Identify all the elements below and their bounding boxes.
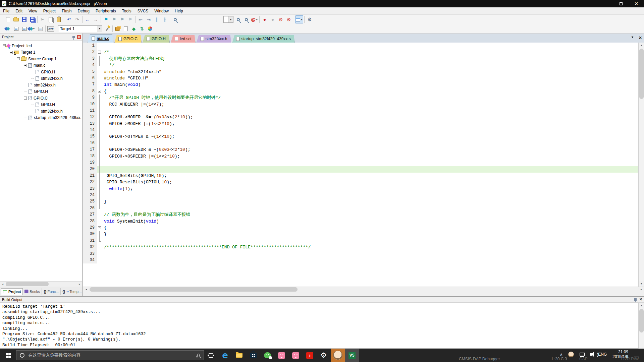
save-button[interactable] bbox=[20, 15, 28, 23]
options-for-target-button[interactable] bbox=[103, 25, 111, 33]
new-file-button[interactable] bbox=[4, 15, 12, 23]
tree-item-gpio-h[interactable]: GPIO.H bbox=[0, 69, 82, 75]
translate-file-button[interactable] bbox=[4, 25, 12, 33]
find-dropdown-button[interactable]: @▾ bbox=[250, 15, 258, 23]
hidden-icons-chevron-icon[interactable]: ∧ bbox=[560, 352, 562, 357]
tree-item-gpio-h[interactable]: GPIO.H bbox=[0, 88, 82, 95]
open-file-button[interactable] bbox=[12, 15, 20, 23]
fold-collapse-icon[interactable] bbox=[98, 90, 101, 93]
tree-item-stm32f4xx-h[interactable]: stm32f4xx.h bbox=[0, 82, 82, 88]
uncomment-selection-button[interactable]: ∦ bbox=[161, 15, 169, 23]
taskbar-app-settings[interactable]: ⚙ bbox=[317, 349, 331, 362]
clock[interactable]: 21:09 2019/1/9 bbox=[612, 350, 628, 359]
menu-help[interactable]: Help bbox=[172, 7, 186, 14]
menu-svcs[interactable]: SVCS bbox=[135, 7, 152, 14]
pack-installer-button[interactable] bbox=[146, 25, 154, 33]
code-editor[interactable]: 12/*3 使用寄存器的方法点亮LED灯4 */5#include "stm32… bbox=[83, 43, 644, 287]
fold-collapse-icon[interactable] bbox=[98, 51, 101, 54]
network-icon[interactable] bbox=[580, 353, 585, 356]
fold-collapse-icon[interactable] bbox=[98, 226, 101, 229]
kill-all-breakpoints-button[interactable]: ⊗ bbox=[285, 15, 293, 23]
scroll-thumb[interactable] bbox=[90, 287, 298, 292]
find-next-button[interactable] bbox=[234, 15, 242, 23]
tray-avatar-icon[interactable] bbox=[568, 352, 574, 357]
tab-list-dropdown-icon[interactable]: ▼ bbox=[631, 36, 634, 40]
close-panel-icon[interactable]: ✕ bbox=[639, 297, 643, 302]
close-button[interactable]: ✕ bbox=[629, 0, 644, 7]
unindent-button[interactable]: ⇤ bbox=[137, 15, 145, 23]
volume-icon[interactable] bbox=[590, 353, 592, 356]
paste-button[interactable] bbox=[55, 15, 63, 23]
insert-bookmark-button[interactable]: ⚑ bbox=[102, 15, 110, 23]
maximize-button[interactable] bbox=[613, 0, 629, 7]
taskbar-app-file-explorer[interactable] bbox=[232, 349, 246, 362]
tab-main-c[interactable]: main.c bbox=[88, 34, 113, 43]
menu-peripherals[interactable]: Peripherals bbox=[93, 7, 119, 14]
microphone-icon[interactable] bbox=[197, 354, 200, 357]
tab-stm32f4xx-h[interactable]: stm32f4xx.h bbox=[197, 35, 231, 43]
tab-gpio-h[interactable]: GPIO.H bbox=[143, 35, 170, 43]
tree-item-project-led[interactable]: Project: led bbox=[0, 43, 82, 49]
tree-item-source-group-1[interactable]: Source Group 1 bbox=[0, 56, 82, 62]
tree-item-gpio-h[interactable]: GPIO.H bbox=[0, 102, 82, 108]
build-output-vscrollbar[interactable]: ▴ ▾ bbox=[638, 303, 644, 349]
scroll-down-icon[interactable]: ▾ bbox=[639, 303, 644, 308]
prev-bookmark-button[interactable]: ⚑ bbox=[110, 15, 118, 23]
scroll-right-icon[interactable]: ▸ bbox=[77, 282, 82, 287]
next-bookmark-button[interactable]: ⚑ bbox=[118, 15, 126, 23]
expander-icon[interactable] bbox=[24, 64, 27, 67]
scroll-down-icon[interactable]: ▾ bbox=[639, 281, 644, 286]
manage-rte-button[interactable]: ◆ bbox=[130, 25, 138, 33]
taskbar-app-edge[interactable]: e bbox=[218, 349, 232, 362]
indent-button[interactable]: ⇥ bbox=[145, 15, 153, 23]
save-all-button[interactable] bbox=[28, 15, 36, 23]
close-panel-icon[interactable]: × bbox=[77, 35, 81, 39]
taskbar-app-keil-uvision[interactable]: V5 bbox=[345, 349, 359, 362]
manage-project-items-button[interactable] bbox=[114, 25, 122, 33]
find-in-files-button[interactable] bbox=[171, 15, 179, 23]
taskbar-app-wechat[interactable] bbox=[260, 349, 274, 362]
tree-item-main-c[interactable]: main.c bbox=[0, 62, 82, 69]
taskbar-app-task-view[interactable] bbox=[204, 349, 218, 362]
pin-icon[interactable] bbox=[634, 298, 637, 301]
project-panel-hscrollbar[interactable]: ◂ ▸ bbox=[0, 281, 82, 287]
search-combo-box[interactable]: ▾ bbox=[223, 16, 233, 23]
tree-item-startup-stm32f429-439xx-[interactable]: startup_stm32f429_439xx. bbox=[0, 115, 82, 121]
taskbar-app-microsoft-store[interactable] bbox=[246, 349, 260, 362]
editor-hscrollbar[interactable]: ◂ ▸ bbox=[83, 287, 644, 296]
redo-button[interactable]: ↷ bbox=[73, 15, 81, 23]
workspace-tab-temp[interactable]: {}➜Temp... bbox=[61, 288, 84, 295]
input-language-indicator[interactable]: ENG bbox=[598, 352, 607, 357]
taskbar-app-avatar-app[interactable] bbox=[331, 349, 345, 362]
scroll-up-icon[interactable]: ▴ bbox=[639, 43, 644, 48]
editor-vscrollbar[interactable]: ▴ ▾ bbox=[638, 43, 644, 287]
cut-button[interactable]: ✂ bbox=[39, 15, 47, 23]
pin-icon[interactable] bbox=[72, 36, 75, 38]
disable-all-breakpoints-button[interactable]: ⊘ bbox=[277, 15, 285, 23]
batch-build-button[interactable]: ▾ bbox=[28, 25, 36, 33]
disable-breakpoint-button[interactable]: ● bbox=[269, 15, 277, 23]
scroll-thumb[interactable] bbox=[6, 282, 49, 286]
navigate-forward-button[interactable]: → bbox=[92, 15, 100, 23]
taskbar-app-pink-game-app-2[interactable] bbox=[288, 349, 303, 362]
taskbar-app-netease-music[interactable]: ♪ bbox=[303, 349, 317, 362]
tab-gpio-c[interactable]: GPIO.C bbox=[114, 35, 142, 43]
menu-tools[interactable]: Tools bbox=[119, 7, 135, 14]
rebuild-all-button[interactable] bbox=[20, 25, 28, 33]
insert-breakpoint-button[interactable]: ● bbox=[261, 15, 269, 23]
undo-button[interactable]: ↶ bbox=[65, 15, 73, 23]
expander-icon[interactable] bbox=[17, 57, 20, 60]
navigate-back-button[interactable]: ← bbox=[84, 15, 92, 23]
incremental-find-button[interactable] bbox=[242, 15, 250, 23]
scroll-right-icon[interactable]: ▸ bbox=[639, 287, 644, 292]
expander-icon[interactable] bbox=[3, 44, 6, 47]
action-center-icon[interactable] bbox=[634, 352, 639, 357]
scroll-thumb[interactable] bbox=[639, 49, 644, 99]
workspace-tab-books[interactable]: Books bbox=[23, 288, 42, 295]
tab-led-sct[interactable]: led.sct bbox=[171, 35, 196, 43]
scroll-thumb[interactable] bbox=[639, 309, 644, 333]
stop-build-button[interactable] bbox=[36, 25, 44, 33]
comment-selection-button[interactable]: ∥ bbox=[153, 15, 161, 23]
scroll-left-icon[interactable]: ◂ bbox=[0, 282, 5, 287]
menu-window[interactable]: Window bbox=[151, 7, 172, 14]
